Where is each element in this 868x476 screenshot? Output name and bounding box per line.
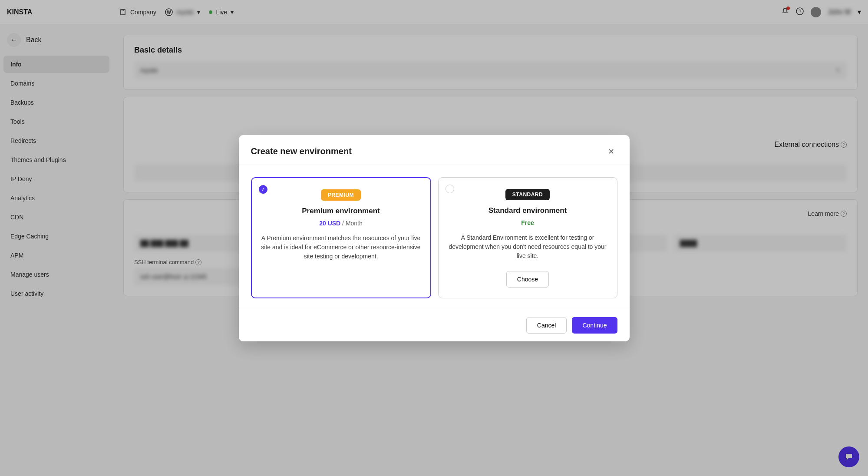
- modal-header: Create new environment ✕: [239, 135, 630, 165]
- premium-option-card[interactable]: ✓ PREMIUM Premium environment 20 USD / M…: [251, 177, 431, 298]
- modal-overlay: Create new environment ✕ ✓ PREMIUM Premi…: [0, 0, 643, 353]
- standard-price: Free: [521, 219, 534, 226]
- environment-options: ✓ PREMIUM Premium environment 20 USD / M…: [251, 177, 617, 298]
- premium-badge: PREMIUM: [321, 189, 361, 201]
- standard-title: Standard environment: [488, 206, 567, 215]
- choose-button[interactable]: Choose: [506, 271, 549, 288]
- modal-footer: Cancel Continue: [239, 309, 630, 341]
- cancel-button[interactable]: Cancel: [526, 317, 567, 334]
- close-icon: ✕: [608, 147, 614, 156]
- radio-unchecked-icon: [446, 185, 454, 193]
- modal-body: ✓ PREMIUM Premium environment 20 USD / M…: [239, 165, 630, 309]
- close-button[interactable]: ✕: [605, 145, 617, 158]
- continue-button[interactable]: Continue: [572, 317, 617, 334]
- standard-badge: STANDARD: [505, 189, 550, 200]
- standard-option-card[interactable]: STANDARD Standard environment Free A Sta…: [438, 177, 617, 298]
- premium-description: A Premium environment matches the resour…: [261, 234, 422, 261]
- create-environment-modal: Create new environment ✕ ✓ PREMIUM Premi…: [239, 135, 630, 341]
- premium-price: 20 USD / Month: [319, 220, 363, 227]
- standard-description: A Standard Environment is excellent for …: [447, 233, 608, 261]
- premium-title: Premium environment: [302, 207, 380, 215]
- radio-checked-icon: ✓: [259, 185, 267, 194]
- modal-title: Create new environment: [251, 146, 352, 156]
